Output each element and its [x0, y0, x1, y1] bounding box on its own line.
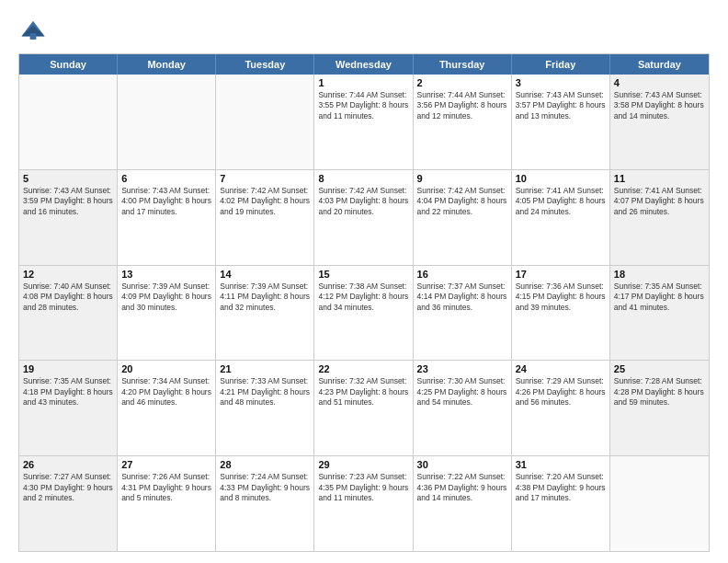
- cell-daylight-info: Sunrise: 7:42 AM Sunset: 4:02 PM Dayligh…: [220, 186, 310, 217]
- calendar-cell: 26Sunrise: 7:27 AM Sunset: 4:30 PM Dayli…: [19, 456, 118, 551]
- calendar-header: SundayMondayTuesdayWednesdayThursdayFrid…: [19, 54, 709, 75]
- calendar-cell: 5Sunrise: 7:43 AM Sunset: 3:59 PM Daylig…: [19, 170, 118, 265]
- cell-daylight-info: Sunrise: 7:43 AM Sunset: 3:57 PM Dayligh…: [516, 90, 606, 121]
- calendar-cell: 25Sunrise: 7:28 AM Sunset: 4:28 PM Dayli…: [610, 361, 709, 455]
- weekday-header: Saturday: [610, 54, 709, 75]
- calendar-cell: 19Sunrise: 7:35 AM Sunset: 4:18 PM Dayli…: [19, 361, 118, 455]
- weekday-header: Thursday: [414, 54, 512, 75]
- calendar-cell: 16Sunrise: 7:37 AM Sunset: 4:14 PM Dayli…: [414, 266, 512, 361]
- calendar-cell: [610, 456, 709, 551]
- day-number: 29: [318, 459, 408, 470]
- day-number: 17: [516, 269, 606, 280]
- weekday-header: Monday: [118, 54, 216, 75]
- cell-daylight-info: Sunrise: 7:38 AM Sunset: 4:12 PM Dayligh…: [318, 282, 408, 313]
- day-number: 28: [220, 459, 310, 470]
- cell-daylight-info: Sunrise: 7:26 AM Sunset: 4:31 PM Dayligh…: [121, 472, 211, 503]
- calendar-cell: 4Sunrise: 7:43 AM Sunset: 3:58 PM Daylig…: [610, 75, 709, 169]
- calendar-cell: 14Sunrise: 7:39 AM Sunset: 4:11 PM Dayli…: [216, 266, 314, 361]
- cell-daylight-info: Sunrise: 7:39 AM Sunset: 4:11 PM Dayligh…: [220, 282, 310, 313]
- day-number: 4: [614, 77, 705, 88]
- day-number: 20: [121, 363, 211, 374]
- cell-daylight-info: Sunrise: 7:28 AM Sunset: 4:28 PM Dayligh…: [614, 376, 705, 408]
- day-number: 7: [220, 173, 310, 184]
- svg-rect-2: [30, 33, 37, 40]
- cell-daylight-info: Sunrise: 7:35 AM Sunset: 4:17 PM Dayligh…: [614, 282, 705, 313]
- day-number: 27: [121, 459, 211, 470]
- calendar: SundayMondayTuesdayWednesdayThursdayFrid…: [18, 53, 710, 552]
- cell-daylight-info: Sunrise: 7:36 AM Sunset: 4:15 PM Dayligh…: [516, 282, 606, 313]
- day-number: 14: [220, 269, 310, 280]
- calendar-cell: 28Sunrise: 7:24 AM Sunset: 4:33 PM Dayli…: [216, 456, 314, 551]
- calendar-cell: 12Sunrise: 7:40 AM Sunset: 4:08 PM Dayli…: [19, 266, 118, 361]
- calendar-cell: 31Sunrise: 7:20 AM Sunset: 4:38 PM Dayli…: [512, 456, 610, 551]
- calendar-cell: 30Sunrise: 7:22 AM Sunset: 4:36 PM Dayli…: [414, 456, 512, 551]
- cell-daylight-info: Sunrise: 7:42 AM Sunset: 4:03 PM Dayligh…: [318, 186, 408, 217]
- calendar-cell: 10Sunrise: 7:41 AM Sunset: 4:05 PM Dayli…: [512, 170, 610, 265]
- calendar-cell: 22Sunrise: 7:32 AM Sunset: 4:23 PM Dayli…: [314, 361, 413, 455]
- cell-daylight-info: Sunrise: 7:34 AM Sunset: 4:20 PM Dayligh…: [121, 376, 211, 408]
- calendar-row: 1Sunrise: 7:44 AM Sunset: 3:55 PM Daylig…: [19, 75, 709, 169]
- cell-daylight-info: Sunrise: 7:32 AM Sunset: 4:23 PM Dayligh…: [318, 376, 408, 408]
- page: SundayMondayTuesdayWednesdayThursdayFrid…: [0, 0, 728, 563]
- day-number: 25: [614, 363, 705, 374]
- calendar-cell: 6Sunrise: 7:43 AM Sunset: 4:00 PM Daylig…: [118, 170, 216, 265]
- logo-icon: [18, 15, 48, 44]
- calendar-cell: [216, 75, 314, 169]
- day-number: 21: [220, 363, 310, 374]
- calendar-body: 1Sunrise: 7:44 AM Sunset: 3:55 PM Daylig…: [19, 75, 709, 551]
- day-number: 23: [417, 363, 507, 374]
- cell-daylight-info: Sunrise: 7:27 AM Sunset: 4:30 PM Dayligh…: [23, 472, 113, 503]
- cell-daylight-info: Sunrise: 7:42 AM Sunset: 4:04 PM Dayligh…: [417, 186, 507, 217]
- day-number: 18: [614, 269, 705, 280]
- cell-daylight-info: Sunrise: 7:43 AM Sunset: 3:59 PM Dayligh…: [23, 186, 113, 217]
- calendar-cell: 18Sunrise: 7:35 AM Sunset: 4:17 PM Dayli…: [610, 266, 709, 361]
- calendar-cell: 15Sunrise: 7:38 AM Sunset: 4:12 PM Dayli…: [314, 266, 413, 361]
- calendar-cell: 11Sunrise: 7:41 AM Sunset: 4:07 PM Dayli…: [610, 170, 709, 265]
- calendar-cell: 13Sunrise: 7:39 AM Sunset: 4:09 PM Dayli…: [118, 266, 216, 361]
- cell-daylight-info: Sunrise: 7:35 AM Sunset: 4:18 PM Dayligh…: [23, 376, 113, 408]
- calendar-cell: [118, 75, 216, 169]
- calendar-cell: 7Sunrise: 7:42 AM Sunset: 4:02 PM Daylig…: [216, 170, 314, 265]
- day-number: 16: [417, 269, 507, 280]
- cell-daylight-info: Sunrise: 7:22 AM Sunset: 4:36 PM Dayligh…: [417, 472, 507, 503]
- logo: [18, 15, 51, 44]
- weekday-header: Friday: [512, 54, 610, 75]
- cell-daylight-info: Sunrise: 7:41 AM Sunset: 4:07 PM Dayligh…: [614, 186, 705, 217]
- cell-daylight-info: Sunrise: 7:29 AM Sunset: 4:26 PM Dayligh…: [516, 376, 606, 408]
- calendar-row: 19Sunrise: 7:35 AM Sunset: 4:18 PM Dayli…: [19, 360, 709, 455]
- calendar-cell: 24Sunrise: 7:29 AM Sunset: 4:26 PM Dayli…: [512, 361, 610, 455]
- cell-daylight-info: Sunrise: 7:30 AM Sunset: 4:25 PM Dayligh…: [417, 376, 507, 408]
- day-number: 24: [516, 363, 606, 374]
- weekday-header: Tuesday: [216, 54, 314, 75]
- day-number: 12: [23, 269, 113, 280]
- day-number: 6: [121, 173, 211, 184]
- day-number: 8: [318, 173, 408, 184]
- calendar-cell: 27Sunrise: 7:26 AM Sunset: 4:31 PM Dayli…: [118, 456, 216, 551]
- day-number: 13: [121, 269, 211, 280]
- header: [18, 15, 710, 44]
- calendar-cell: [19, 75, 118, 169]
- cell-daylight-info: Sunrise: 7:23 AM Sunset: 4:35 PM Dayligh…: [318, 472, 408, 503]
- cell-daylight-info: Sunrise: 7:43 AM Sunset: 4:00 PM Dayligh…: [121, 186, 211, 217]
- day-number: 11: [614, 173, 705, 184]
- calendar-row: 5Sunrise: 7:43 AM Sunset: 3:59 PM Daylig…: [19, 169, 709, 265]
- calendar-cell: 23Sunrise: 7:30 AM Sunset: 4:25 PM Dayli…: [414, 361, 512, 455]
- cell-daylight-info: Sunrise: 7:33 AM Sunset: 4:21 PM Dayligh…: [220, 376, 310, 408]
- day-number: 9: [417, 173, 507, 184]
- cell-daylight-info: Sunrise: 7:37 AM Sunset: 4:14 PM Dayligh…: [417, 282, 507, 313]
- day-number: 30: [417, 459, 507, 470]
- cell-daylight-info: Sunrise: 7:44 AM Sunset: 3:56 PM Dayligh…: [417, 90, 507, 121]
- day-number: 19: [23, 363, 113, 374]
- cell-daylight-info: Sunrise: 7:43 AM Sunset: 3:58 PM Dayligh…: [614, 90, 705, 121]
- day-number: 2: [417, 77, 507, 88]
- cell-daylight-info: Sunrise: 7:41 AM Sunset: 4:05 PM Dayligh…: [516, 186, 606, 217]
- day-number: 22: [318, 363, 408, 374]
- cell-daylight-info: Sunrise: 7:24 AM Sunset: 4:33 PM Dayligh…: [220, 472, 310, 503]
- weekday-header: Sunday: [19, 54, 118, 75]
- day-number: 10: [516, 173, 606, 184]
- calendar-row: 12Sunrise: 7:40 AM Sunset: 4:08 PM Dayli…: [19, 265, 709, 361]
- weekday-header: Wednesday: [314, 54, 413, 75]
- day-number: 26: [23, 459, 113, 470]
- cell-daylight-info: Sunrise: 7:20 AM Sunset: 4:38 PM Dayligh…: [516, 472, 606, 503]
- day-number: 3: [516, 77, 606, 88]
